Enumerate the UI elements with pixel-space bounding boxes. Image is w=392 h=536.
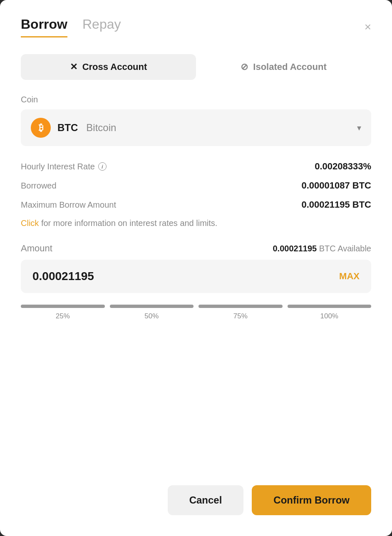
amount-input-container[interactable]: 0.00021195 MAX [21, 260, 371, 293]
pct-75-track [198, 305, 283, 308]
pct-50-label: 50% [144, 312, 159, 320]
coin-info: ₿ BTC Bitcoin [31, 118, 116, 138]
borrowed-label: Borrowed [21, 181, 57, 191]
coin-full-name: Bitcoin [86, 122, 116, 134]
amount-section: Amount 0.00021195 BTC Available 0.000211… [21, 243, 371, 293]
borrow-modal: Borrow Repay × ✕ Cross Account ⊘ Isolate… [0, 0, 392, 536]
max-borrow-row: Maximum Borrow Amount 0.00021195 BTC [21, 199, 371, 210]
button-row: Cancel Confirm Borrow [21, 464, 371, 515]
account-toggle: ✕ Cross Account ⊘ Isolated Account [21, 54, 371, 80]
isolated-account-button[interactable]: ⊘ Isolated Account [196, 54, 371, 80]
isolated-icon: ⊘ [241, 62, 248, 72]
pct-25-label: 25% [56, 312, 70, 320]
max-button[interactable]: MAX [339, 271, 360, 282]
pct-100-track [288, 305, 372, 308]
btc-icon: ₿ [31, 118, 51, 138]
pct-100-label: 100% [320, 312, 338, 320]
close-button[interactable]: × [365, 21, 371, 33]
hourly-interest-row: Hourly Interest Rate i 0.00208333% [21, 161, 371, 172]
pct-75-label: 75% [233, 312, 248, 320]
cross-icon: ✕ [70, 62, 77, 72]
coin-label: Coin [21, 95, 371, 104]
info-icon[interactable]: i [98, 162, 107, 171]
max-borrow-label: Maximum Borrow Amount [21, 200, 116, 210]
amount-available: 0.00021195 BTC Available [273, 244, 372, 253]
tab-bar: Borrow Repay [21, 17, 121, 37]
amount-header: Amount 0.00021195 BTC Available [21, 243, 371, 254]
hourly-interest-value: 0.00208333% [315, 161, 371, 172]
amount-input-value: 0.00021195 [32, 270, 94, 283]
percentage-bar: 25% 50% 75% 100% [21, 305, 371, 320]
modal-header: Borrow Repay × [21, 17, 371, 37]
pct-50[interactable]: 50% [110, 305, 194, 320]
tab-borrow[interactable]: Borrow [21, 17, 67, 37]
hourly-interest-label: Hourly Interest Rate i [21, 162, 107, 171]
tab-repay[interactable]: Repay [82, 17, 121, 37]
pct-50-track [110, 305, 194, 308]
pct-25[interactable]: 25% [21, 305, 105, 320]
coin-ticker: BTC [57, 122, 78, 134]
info-rows: Hourly Interest Rate i 0.00208333% Borro… [21, 161, 371, 210]
cross-account-button[interactable]: ✕ Cross Account [21, 54, 196, 80]
pct-25-track [21, 305, 105, 308]
available-value: 0.00021195 [273, 244, 317, 253]
btc-symbol: ₿ [39, 122, 43, 133]
pct-75[interactable]: 75% [198, 305, 283, 320]
click-info: Click for more information on interest r… [21, 218, 371, 228]
borrowed-row: Borrowed 0.00001087 BTC [21, 180, 371, 191]
borrowed-value: 0.00001087 BTC [301, 180, 371, 191]
click-info-text: for more information on interest rates a… [39, 218, 217, 228]
pct-100[interactable]: 100% [288, 305, 372, 320]
cross-account-label: Cross Account [82, 62, 147, 72]
amount-label: Amount [21, 243, 52, 254]
confirm-borrow-button[interactable]: Confirm Borrow [252, 485, 371, 515]
isolated-account-label: Isolated Account [253, 62, 326, 72]
coin-selector[interactable]: ₿ BTC Bitcoin ▾ [21, 109, 371, 146]
click-link[interactable]: Click [21, 218, 39, 228]
max-borrow-value: 0.00021195 BTC [301, 199, 371, 210]
available-currency: BTC Available [319, 244, 371, 253]
cancel-button[interactable]: Cancel [168, 485, 244, 515]
chevron-down-icon: ▾ [357, 123, 361, 133]
